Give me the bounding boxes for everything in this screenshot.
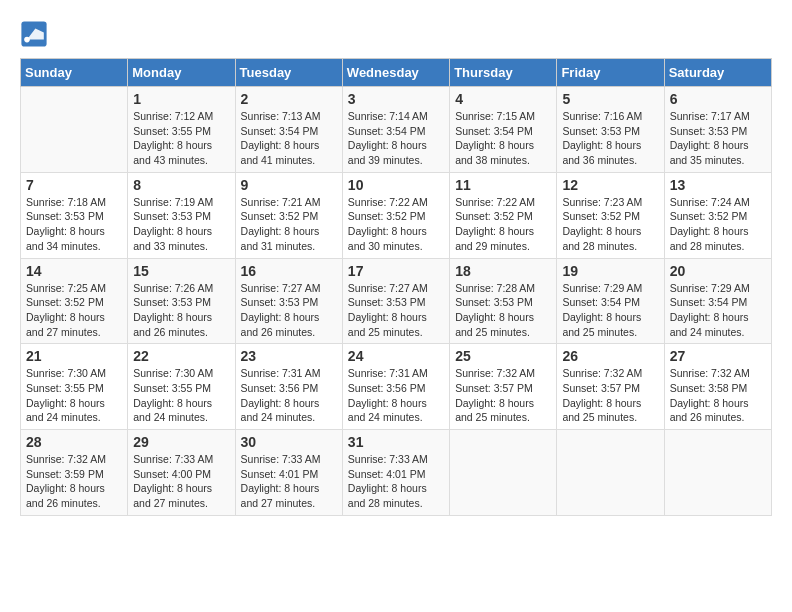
day-info: Sunrise: 7:18 AMSunset: 3:53 PMDaylight:… (26, 195, 122, 254)
calendar-table: SundayMondayTuesdayWednesdayThursdayFrid… (20, 58, 772, 516)
day-info: Sunrise: 7:27 AMSunset: 3:53 PMDaylight:… (241, 281, 337, 340)
day-number: 14 (26, 263, 122, 279)
day-number: 29 (133, 434, 229, 450)
weekday-header: Monday (128, 59, 235, 87)
svg-point-2 (24, 37, 30, 43)
day-info: Sunrise: 7:29 AMSunset: 3:54 PMDaylight:… (562, 281, 658, 340)
day-number: 7 (26, 177, 122, 193)
day-number: 20 (670, 263, 766, 279)
calendar-cell: 21Sunrise: 7:30 AMSunset: 3:55 PMDayligh… (21, 344, 128, 430)
day-info: Sunrise: 7:31 AMSunset: 3:56 PMDaylight:… (241, 366, 337, 425)
calendar-cell: 17Sunrise: 7:27 AMSunset: 3:53 PMDayligh… (342, 258, 449, 344)
day-info: Sunrise: 7:30 AMSunset: 3:55 PMDaylight:… (26, 366, 122, 425)
day-number: 16 (241, 263, 337, 279)
calendar-cell: 8Sunrise: 7:19 AMSunset: 3:53 PMDaylight… (128, 172, 235, 258)
day-number: 2 (241, 91, 337, 107)
calendar-cell: 30Sunrise: 7:33 AMSunset: 4:01 PMDayligh… (235, 430, 342, 516)
day-number: 17 (348, 263, 444, 279)
day-number: 9 (241, 177, 337, 193)
day-info: Sunrise: 7:33 AMSunset: 4:00 PMDaylight:… (133, 452, 229, 511)
day-number: 27 (670, 348, 766, 364)
day-info: Sunrise: 7:30 AMSunset: 3:55 PMDaylight:… (133, 366, 229, 425)
calendar-cell: 6Sunrise: 7:17 AMSunset: 3:53 PMDaylight… (664, 87, 771, 173)
calendar-cell: 25Sunrise: 7:32 AMSunset: 3:57 PMDayligh… (450, 344, 557, 430)
calendar-cell: 23Sunrise: 7:31 AMSunset: 3:56 PMDayligh… (235, 344, 342, 430)
calendar-cell: 29Sunrise: 7:33 AMSunset: 4:00 PMDayligh… (128, 430, 235, 516)
calendar-cell: 28Sunrise: 7:32 AMSunset: 3:59 PMDayligh… (21, 430, 128, 516)
calendar-cell: 10Sunrise: 7:22 AMSunset: 3:52 PMDayligh… (342, 172, 449, 258)
weekday-header: Tuesday (235, 59, 342, 87)
calendar-cell: 7Sunrise: 7:18 AMSunset: 3:53 PMDaylight… (21, 172, 128, 258)
day-info: Sunrise: 7:14 AMSunset: 3:54 PMDaylight:… (348, 109, 444, 168)
calendar-cell: 11Sunrise: 7:22 AMSunset: 3:52 PMDayligh… (450, 172, 557, 258)
day-info: Sunrise: 7:32 AMSunset: 3:57 PMDaylight:… (562, 366, 658, 425)
day-number: 11 (455, 177, 551, 193)
day-number: 26 (562, 348, 658, 364)
weekday-header: Friday (557, 59, 664, 87)
day-info: Sunrise: 7:13 AMSunset: 3:54 PMDaylight:… (241, 109, 337, 168)
day-info: Sunrise: 7:12 AMSunset: 3:55 PMDaylight:… (133, 109, 229, 168)
calendar-cell: 22Sunrise: 7:30 AMSunset: 3:55 PMDayligh… (128, 344, 235, 430)
day-info: Sunrise: 7:26 AMSunset: 3:53 PMDaylight:… (133, 281, 229, 340)
day-info: Sunrise: 7:17 AMSunset: 3:53 PMDaylight:… (670, 109, 766, 168)
day-number: 31 (348, 434, 444, 450)
calendar-cell: 19Sunrise: 7:29 AMSunset: 3:54 PMDayligh… (557, 258, 664, 344)
day-number: 1 (133, 91, 229, 107)
weekday-header: Thursday (450, 59, 557, 87)
day-info: Sunrise: 7:23 AMSunset: 3:52 PMDaylight:… (562, 195, 658, 254)
calendar-cell: 24Sunrise: 7:31 AMSunset: 3:56 PMDayligh… (342, 344, 449, 430)
day-info: Sunrise: 7:31 AMSunset: 3:56 PMDaylight:… (348, 366, 444, 425)
day-number: 5 (562, 91, 658, 107)
calendar-cell (21, 87, 128, 173)
calendar-cell: 1Sunrise: 7:12 AMSunset: 3:55 PMDaylight… (128, 87, 235, 173)
day-info: Sunrise: 7:21 AMSunset: 3:52 PMDaylight:… (241, 195, 337, 254)
day-number: 28 (26, 434, 122, 450)
calendar-cell (450, 430, 557, 516)
weekday-header: Sunday (21, 59, 128, 87)
day-info: Sunrise: 7:32 AMSunset: 3:57 PMDaylight:… (455, 366, 551, 425)
day-number: 8 (133, 177, 229, 193)
calendar-cell: 26Sunrise: 7:32 AMSunset: 3:57 PMDayligh… (557, 344, 664, 430)
calendar-cell: 15Sunrise: 7:26 AMSunset: 3:53 PMDayligh… (128, 258, 235, 344)
day-info: Sunrise: 7:24 AMSunset: 3:52 PMDaylight:… (670, 195, 766, 254)
day-number: 13 (670, 177, 766, 193)
day-info: Sunrise: 7:15 AMSunset: 3:54 PMDaylight:… (455, 109, 551, 168)
day-number: 4 (455, 91, 551, 107)
day-info: Sunrise: 7:22 AMSunset: 3:52 PMDaylight:… (348, 195, 444, 254)
calendar-cell: 3Sunrise: 7:14 AMSunset: 3:54 PMDaylight… (342, 87, 449, 173)
calendar-cell: 13Sunrise: 7:24 AMSunset: 3:52 PMDayligh… (664, 172, 771, 258)
page-header (20, 20, 772, 48)
calendar-cell: 5Sunrise: 7:16 AMSunset: 3:53 PMDaylight… (557, 87, 664, 173)
calendar-cell: 14Sunrise: 7:25 AMSunset: 3:52 PMDayligh… (21, 258, 128, 344)
day-info: Sunrise: 7:32 AMSunset: 3:59 PMDaylight:… (26, 452, 122, 511)
day-info: Sunrise: 7:16 AMSunset: 3:53 PMDaylight:… (562, 109, 658, 168)
day-number: 6 (670, 91, 766, 107)
day-info: Sunrise: 7:28 AMSunset: 3:53 PMDaylight:… (455, 281, 551, 340)
calendar-cell (557, 430, 664, 516)
calendar-cell (664, 430, 771, 516)
day-number: 15 (133, 263, 229, 279)
day-info: Sunrise: 7:32 AMSunset: 3:58 PMDaylight:… (670, 366, 766, 425)
day-number: 21 (26, 348, 122, 364)
day-number: 23 (241, 348, 337, 364)
day-number: 18 (455, 263, 551, 279)
day-number: 12 (562, 177, 658, 193)
day-number: 3 (348, 91, 444, 107)
day-number: 22 (133, 348, 229, 364)
calendar-cell: 12Sunrise: 7:23 AMSunset: 3:52 PMDayligh… (557, 172, 664, 258)
calendar-cell: 18Sunrise: 7:28 AMSunset: 3:53 PMDayligh… (450, 258, 557, 344)
logo-icon (20, 20, 48, 48)
day-number: 19 (562, 263, 658, 279)
calendar-cell: 16Sunrise: 7:27 AMSunset: 3:53 PMDayligh… (235, 258, 342, 344)
calendar-cell: 27Sunrise: 7:32 AMSunset: 3:58 PMDayligh… (664, 344, 771, 430)
calendar-cell: 4Sunrise: 7:15 AMSunset: 3:54 PMDaylight… (450, 87, 557, 173)
calendar-cell: 2Sunrise: 7:13 AMSunset: 3:54 PMDaylight… (235, 87, 342, 173)
day-info: Sunrise: 7:33 AMSunset: 4:01 PMDaylight:… (348, 452, 444, 511)
day-number: 30 (241, 434, 337, 450)
logo (20, 20, 52, 48)
day-number: 10 (348, 177, 444, 193)
day-info: Sunrise: 7:27 AMSunset: 3:53 PMDaylight:… (348, 281, 444, 340)
weekday-header: Wednesday (342, 59, 449, 87)
calendar-cell: 9Sunrise: 7:21 AMSunset: 3:52 PMDaylight… (235, 172, 342, 258)
day-number: 24 (348, 348, 444, 364)
